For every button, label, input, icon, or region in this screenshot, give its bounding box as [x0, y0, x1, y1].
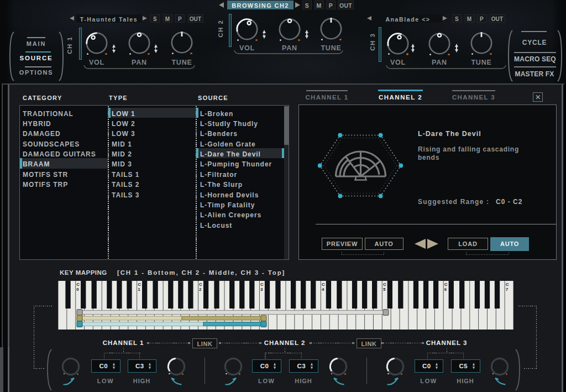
svg-text:3: 3: [260, 287, 263, 292]
svg-text:4: 4: [322, 287, 324, 292]
svg-text:1: 1: [138, 287, 140, 292]
svg-text:6: 6: [444, 287, 447, 292]
svg-text:2: 2: [199, 287, 202, 292]
svg-text:7: 7: [506, 287, 509, 292]
svg-text:0: 0: [76, 287, 79, 292]
svg-text:5: 5: [383, 287, 386, 292]
